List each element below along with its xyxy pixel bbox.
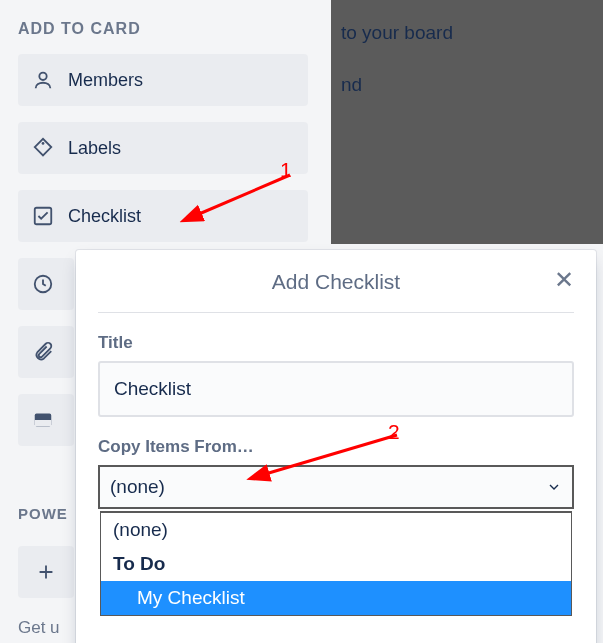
checklist-button[interactable]: Checklist [18,190,308,242]
title-label: Title [98,333,574,353]
chevron-down-icon [546,479,562,495]
close-button[interactable]: ✕ [554,268,574,292]
popover-title: Add Checklist [272,270,400,293]
members-button[interactable]: Members [18,54,308,106]
add-checklist-popover: Add Checklist ✕ Title Copy Items From… (… [76,250,596,643]
checkbox-icon [32,205,54,227]
add-to-card-heading: ADD TO CARD [18,20,302,38]
dates-button[interactable] [18,258,74,310]
option-none[interactable]: (none) [101,513,571,547]
background-panel: to your board nd [331,0,603,244]
dropdown-list: (none) To Do My Checklist [100,511,572,616]
clock-icon [32,273,54,295]
copy-items-label: Copy Items From… [98,437,574,457]
labels-label: Labels [68,138,121,159]
bottom-truncated-text: Get u [18,618,60,638]
background-text-2: nd [341,74,362,96]
cover-button[interactable] [18,394,74,446]
checklist-label: Checklist [68,206,141,227]
copy-items-select[interactable]: (none) (none) To Do My Checklist [98,465,574,509]
add-powerup-button[interactable] [18,546,74,598]
background-text-1: to your board [341,22,453,44]
svg-point-1 [42,142,45,145]
plus-icon [35,561,57,583]
labels-button[interactable]: Labels [18,122,308,174]
attachment-button[interactable] [18,326,74,378]
close-icon: ✕ [554,266,574,293]
powerups-heading: POWE [18,505,68,522]
select-value: (none) [110,476,165,498]
tag-icon [32,137,54,159]
members-label: Members [68,70,143,91]
option-my-checklist[interactable]: My Checklist [101,581,571,615]
checklist-title-input[interactable] [98,361,574,417]
paperclip-icon [32,341,54,363]
person-icon [32,69,54,91]
svg-point-0 [39,73,46,80]
cover-icon [32,409,54,431]
svg-rect-5 [35,420,52,426]
option-group-todo: To Do [101,547,571,581]
